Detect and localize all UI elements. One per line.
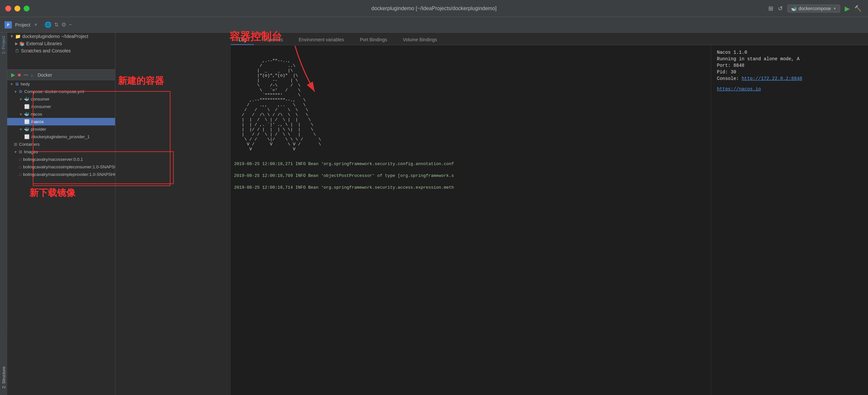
server-icon-hedy: 🖥	[15, 81, 19, 87]
docker-item-nacos[interactable]: ▼ 🐳 nacos	[7, 110, 115, 118]
ascii-art: ,.--""--.., / ..\ | _ _ |\ |"(o)","(o)" …	[234, 58, 321, 152]
docker-item-img3[interactable]: □ bolingcavalry/nacossimpleprovider:1.0-…	[7, 171, 115, 178]
nacos-pid: Pid: 30	[717, 69, 862, 75]
docker-label-consumer: consumer	[31, 97, 50, 102]
sort-icon[interactable]: ⇅	[54, 21, 59, 28]
docker-item-nacos-instance[interactable]: ⬜ /nacos	[7, 118, 115, 126]
main-toolbar: P Project ▼ 🌐 ⇅ ⚙ −	[0, 17, 868, 33]
docker-label-nacos: nacos	[31, 112, 42, 117]
docker-item-img1[interactable]: □ bolingcavalry/nacosserver:0.0.1	[7, 156, 115, 163]
docker-item-provider-instance[interactable]: ⬜ /dockerplugindemo_provider_1	[7, 133, 115, 140]
img-checkbox-3: □	[19, 172, 21, 177]
docker-item-hedy[interactable]: ▼ 🖥 hedy	[7, 80, 115, 88]
console-link-1[interactable]: http://172.22.0.2:8848	[742, 76, 802, 81]
docker-item-consumer-instance[interactable]: ⬜ /consumer	[7, 103, 115, 110]
run-button[interactable]: ▶	[845, 5, 850, 12]
build-button[interactable]: 🔨	[854, 5, 862, 12]
log-line-1: 2019-08-25 12:00:18,271 INFO Bean 'org.s…	[234, 162, 707, 166]
img-checkbox-2: □	[19, 165, 21, 169]
docker-item-containers[interactable]: ⊞ Containers	[7, 140, 115, 148]
sidebar-item-project[interactable]: 1: Project	[0, 33, 7, 57]
nacos-mode: Running in stand alone mode, A	[717, 56, 862, 62]
tree-label-scratches: Scratches and Consoles	[21, 48, 71, 54]
tab-properties[interactable]: Properties	[254, 35, 291, 45]
docker-item-provider[interactable]: ▼ 🐳 provider	[7, 126, 115, 133]
console-info-panel: Nacos 1.1.0 Running in stand alone mode,…	[711, 45, 868, 395]
docker-tree: ▼ 🖥 hedy ▼ ⚙ Compose: docker-compose.yml…	[7, 80, 115, 394]
tab-bar: Log Properties Environment variables Por…	[231, 33, 868, 45]
console-link-2[interactable]: https://nacos.io	[717, 87, 761, 92]
tree-item-scratches[interactable]: 🗒 Scratches and Consoles	[7, 47, 115, 54]
layout-icon[interactable]: ⊞	[768, 5, 773, 12]
arrow-consumer: ▼	[19, 97, 23, 101]
console-area: ,.--""--.., / ..\ | _ _ |\ |"(o)","(o)" …	[231, 45, 868, 395]
expand-arrow-root: ▼	[10, 34, 14, 39]
sidebar-item-structure[interactable]: 2: Structure	[0, 363, 7, 392]
tree-label-ext-libs: External Libraries	[26, 41, 62, 46]
arrow-nacos: ▼	[19, 112, 23, 116]
console-output: ,.--""--.., / ..\ | _ _ |\ |"(o)","(o)" …	[231, 45, 711, 395]
instance-icon-consumer: ⬜	[24, 104, 30, 109]
docker-item-img2[interactable]: □ bolingcavalry/nacossimpleconsumer:1.0-…	[7, 163, 115, 171]
run-config-label: dockercompose	[799, 6, 831, 11]
img-checkbox-1: □	[19, 157, 21, 162]
maximize-button[interactable]	[24, 6, 30, 11]
minimize-button[interactable]	[14, 6, 20, 11]
docker-label-provider-instance: /dockerplugindemo_provider_1	[31, 134, 90, 139]
arrow-compose: ▼	[14, 90, 18, 94]
tree-item-root[interactable]: ▼ 📁 dockerplugindemo ~/IdeaProject	[7, 33, 115, 40]
docker-run-btn[interactable]: ▶	[11, 72, 15, 78]
window-controls	[5, 6, 30, 11]
refresh-icon[interactable]: ↺	[778, 5, 783, 12]
nacos-port: Port: 8848	[717, 63, 862, 68]
arrow-images: ▼	[14, 150, 18, 154]
new-file-icon[interactable]: 🌐	[44, 21, 52, 28]
log-line-3: 2019-08-25 12:00:18,714 INFO Bean 'org.s…	[234, 185, 707, 190]
docker-item-compose[interactable]: ▼ ⚙ Compose: docker-compose.yml	[7, 88, 115, 95]
folder-icon-root: 📁	[15, 34, 21, 39]
instance-icon-nacos: ⬜	[24, 119, 30, 124]
docker-panel-title: Docker	[38, 72, 52, 78]
docker-label-compose: Compose: docker-compose.yml	[24, 89, 84, 94]
docker-label-containers: Containers	[19, 142, 40, 147]
docker-label-images: Images	[24, 150, 38, 154]
docker-down-btn[interactable]: ↓	[31, 72, 33, 78]
arrow-hedy: ▼	[10, 82, 13, 86]
tab-volume[interactable]: Volume Bindings	[395, 35, 445, 45]
docker-panel-header: ▶ ■ ↓ Docker	[7, 70, 115, 80]
close-button[interactable]	[5, 6, 11, 11]
main-layout: 1: Project ▼ 📁 dockerplugindemo ~/IdeaPr…	[0, 33, 868, 395]
project-dropdown-icon[interactable]: ▼	[34, 22, 38, 27]
project-label: Project	[15, 22, 30, 28]
docker-label-img1: bolingcavalry/nacosserver:0.0.1	[23, 157, 83, 162]
compose-icon: ⚙	[19, 89, 23, 94]
project-folder-icon: P	[5, 21, 12, 29]
docker-label-provider: provider	[31, 127, 46, 132]
chevron-down-icon: ▼	[833, 6, 837, 10]
containers-group-icon: ⊞	[14, 142, 18, 147]
run-config-selector[interactable]: 🐋 dockercompose ▼	[787, 5, 840, 12]
docker-label-img2: bolingcavalry/nacossimpleconsumer:1.0-SN…	[23, 164, 115, 169]
nacos-version: Nacos 1.1.0	[717, 50, 862, 55]
instance-icon-provider: ⬜	[24, 134, 30, 139]
log-line-2: 2019-08-25 12:00:18,709 INFO Bean 'objec…	[234, 173, 707, 178]
docker-label-hedy: hedy	[21, 81, 30, 87]
window-title: dockerplugindemo [~/IdeaProjects/dockerp…	[371, 6, 497, 11]
titlebar: dockerplugindemo [~/IdeaProjects/dockerp…	[0, 0, 868, 17]
docker-item-consumer[interactable]: ▼ 🐳 consumer	[7, 95, 115, 103]
docker-icon: 🐋	[791, 6, 797, 11]
settings-gear-icon[interactable]: ⚙	[61, 21, 66, 28]
bottom-vtab-strip: 2: Structure	[0, 329, 7, 395]
tab-port[interactable]: Port Bindings	[352, 35, 395, 45]
docker-stop-btn[interactable]: ■	[18, 72, 21, 78]
docker-panel: ▶ ■ ↓ Docker ▼ 🖥 hedy ▼ ⚙ Compose: docke…	[7, 69, 115, 395]
tree-item-ext-libs[interactable]: ▶ 📚 External Libraries	[7, 40, 115, 47]
docker-divider	[24, 75, 28, 75]
tree-label-root: dockerplugindemo ~/IdeaProject	[22, 34, 88, 39]
arrow-provider: ▼	[19, 127, 23, 131]
tab-env[interactable]: Environment variables	[291, 35, 352, 45]
collapse-icon[interactable]: −	[69, 22, 72, 28]
docker-item-images[interactable]: ▼ ⊞ Images	[7, 148, 115, 156]
library-icon: 📚	[19, 41, 25, 46]
tab-log[interactable]: Log	[231, 35, 254, 45]
